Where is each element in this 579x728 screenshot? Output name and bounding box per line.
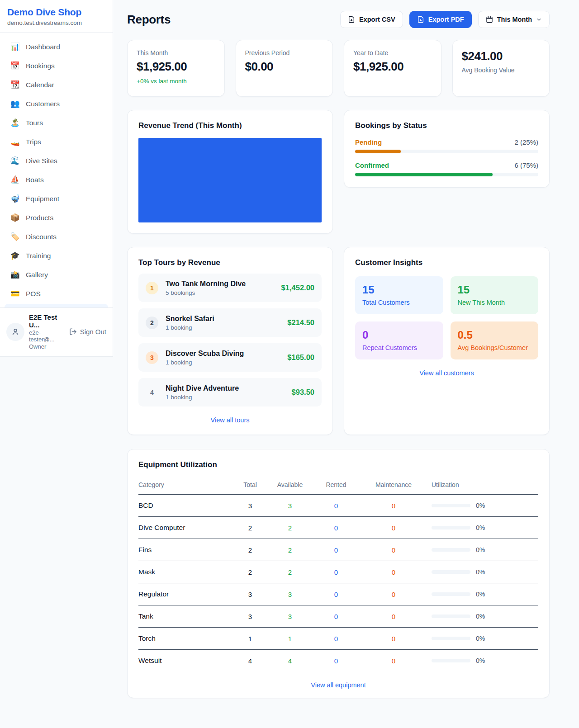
cell-utilization: 0% — [423, 583, 538, 605]
sidebar-item-label: Gallery — [26, 271, 48, 279]
user-meta: E2E Test U... e2e-tester@... Owner — [29, 313, 65, 350]
brand-block[interactable]: Demo Dive Shop demo.test.divestreams.com — [0, 0, 113, 33]
sidebar-item-discounts[interactable]: 🏷️ Discounts — [5, 228, 108, 246]
tour-name: Discover Scuba Diving — [166, 350, 280, 358]
sidebar-item-customers[interactable]: 👥 Customers — [5, 95, 108, 113]
cell-total: 3 — [229, 495, 271, 517]
cell-utilization: 0% — [423, 517, 538, 539]
sign-out-button[interactable]: Sign Out — [69, 328, 106, 336]
cell-available: 3 — [271, 495, 308, 517]
insight-label: New This Month — [458, 299, 532, 306]
cell-total: 3 — [229, 605, 271, 628]
island-icon: 🏝️ — [10, 118, 20, 128]
chevron-down-icon — [536, 17, 542, 23]
column-header: Utilization — [423, 476, 538, 495]
sidebar-item-products[interactable]: 📦 Products — [5, 209, 108, 227]
tour-row: 1 Two Tank Morning Dive 5 bookings $1,45… — [138, 274, 322, 302]
sidebar-item-tours[interactable]: 🏝️ Tours — [5, 114, 108, 132]
status-label: Pending — [355, 138, 382, 146]
status-count: 6 (75%) — [514, 161, 538, 169]
insight-tile-avg-bookings: 0.5 Avg Bookings/Customer — [451, 321, 539, 359]
tour-bookings: 5 bookings — [166, 289, 274, 296]
cell-utilization: 0% — [423, 628, 538, 650]
insight-value: 15 — [362, 284, 436, 296]
cell-total: 4 — [229, 650, 271, 672]
revenue-trend-title: Revenue Trend (This Month) — [138, 121, 322, 130]
cell-category: Fins — [138, 539, 229, 561]
bar-chart-icon: 📊 — [10, 42, 20, 52]
cell-maintenance: 0 — [364, 605, 423, 628]
sidebar-item-label: Dive Sites — [26, 157, 57, 165]
export-csv-button[interactable]: Export CSV — [340, 11, 403, 28]
revenue-trend-card: Revenue Trend (This Month) — [127, 110, 333, 234]
insight-value: 0 — [362, 329, 436, 341]
cell-rented: 0 — [308, 517, 364, 539]
sign-out-label: Sign Out — [80, 328, 106, 336]
sidebar-item-pos[interactable]: 💳 POS — [5, 285, 108, 303]
insight-grid: 15 Total Customers 15 New This Month 0 R… — [355, 276, 538, 359]
sidebar-item-gallery[interactable]: 📸 Gallery — [5, 266, 108, 284]
utilization-percent: 0% — [476, 635, 485, 642]
utilization-bar — [432, 592, 470, 596]
cell-utilization: 0% — [423, 495, 538, 517]
cell-utilization: 0% — [423, 650, 538, 672]
diving-mask-icon: 🤿 — [10, 194, 20, 203]
cell-category: Dive Computer — [138, 517, 229, 539]
graduation-cap-icon: 🎓 — [10, 251, 20, 260]
sidebar-item-bookings[interactable]: 📅 Bookings — [5, 57, 108, 75]
utilization-bar — [432, 526, 470, 529]
sidebar-item-training[interactable]: 🎓 Training — [5, 247, 108, 265]
stat-card-this-month: This Month $1,925.00 +0% vs last month — [127, 40, 225, 97]
sidebar-item-trips[interactable]: 🚤 Trips — [5, 133, 108, 151]
top-tours-card: Top Tours by Revenue 1 Two Tank Morning … — [127, 247, 333, 435]
cell-utilization: 0% — [423, 561, 538, 583]
sidebar-item-equipment[interactable]: 🤿 Equipment — [5, 190, 108, 208]
cell-available: 2 — [271, 561, 308, 583]
sidebar-item-label: POS — [26, 290, 41, 298]
view-all-tours-link[interactable]: View all tours — [138, 416, 322, 424]
equipment-utilization-title: Equipment Utilization — [138, 460, 538, 469]
sidebar-item-calendar[interactable]: 📆 Calendar — [5, 76, 108, 94]
stat-label: Year to Date — [353, 49, 432, 57]
sidebar-item-dive-sites[interactable]: 🌊 Dive Sites — [5, 152, 108, 170]
table-row: BCD33000% — [138, 495, 538, 517]
cell-category: Tank — [138, 605, 229, 628]
brand-name: Demo Dive Shop — [7, 7, 105, 18]
sidebar-item-boats[interactable]: ⛵ Boats — [5, 171, 108, 189]
cell-available: 1 — [271, 628, 308, 650]
insight-label: Total Customers — [362, 299, 436, 306]
progress-fill — [355, 150, 401, 153]
view-all-equipment-link[interactable]: View all equipment — [138, 681, 538, 689]
tour-name: Two Tank Morning Dive — [166, 280, 274, 288]
progress-fill — [355, 173, 493, 176]
utilization-bar — [432, 637, 470, 640]
view-all-customers-link[interactable]: View all customers — [355, 369, 538, 377]
cell-available: 2 — [271, 539, 308, 561]
rank-badge: 1 — [146, 282, 158, 294]
cell-utilization: 0% — [423, 539, 538, 561]
camera-flash-icon: 📸 — [10, 270, 20, 279]
cell-category: BCD — [138, 495, 229, 517]
sidebar-item-dashboard[interactable]: 📊 Dashboard — [5, 38, 108, 56]
page-title: Reports — [127, 13, 171, 27]
avatar — [6, 323, 24, 341]
sidebar-item-label: Calendar — [26, 81, 54, 89]
customer-insights-card: Customer Insights 15 Total Customers 15 … — [344, 247, 550, 435]
export-csv-label: Export CSV — [359, 16, 395, 23]
cell-category: Torch — [138, 628, 229, 650]
tour-bookings: 1 booking — [166, 394, 285, 401]
insight-label: Avg Bookings/Customer — [458, 344, 532, 351]
period-dropdown[interactable]: This Month — [478, 11, 550, 28]
sidebar-item-reports-partial[interactable] — [5, 304, 108, 307]
stat-value: $0.00 — [245, 60, 324, 74]
cell-maintenance: 0 — [364, 583, 423, 605]
cell-available: 2 — [271, 517, 308, 539]
cell-category: Mask — [138, 561, 229, 583]
cell-maintenance: 0 — [364, 495, 423, 517]
sidebar-item-label: Customers — [26, 100, 60, 108]
export-pdf-button[interactable]: Export PDF — [409, 11, 472, 28]
equipment-table: Category Total Available Rented Maintena… — [138, 476, 538, 671]
speedboat-icon: 🚤 — [10, 137, 20, 147]
sidebar-item-label: Trips — [26, 138, 41, 146]
customer-insights-title: Customer Insights — [355, 258, 538, 267]
